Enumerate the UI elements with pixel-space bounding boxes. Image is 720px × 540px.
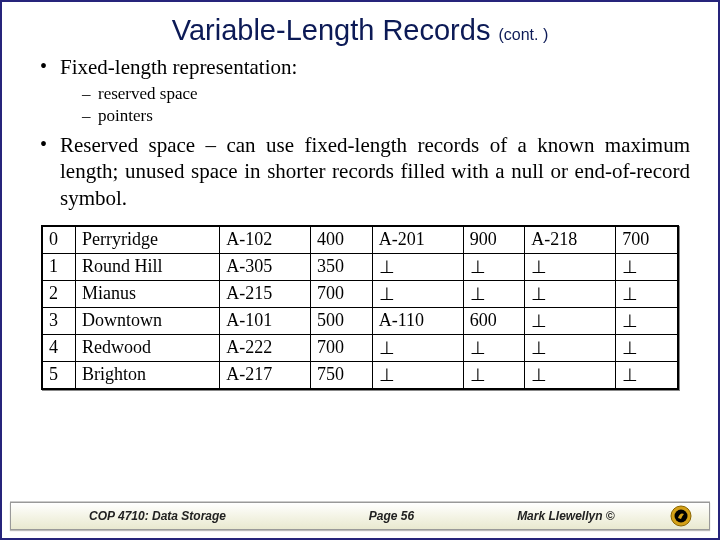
slide-title: Variable-Length Records (cont. )	[2, 14, 718, 47]
cell-bal: ⊥	[463, 280, 525, 307]
cell-branch: Downtown	[76, 307, 220, 334]
records-table-wrap: 0 Perryridge A-102 400 A-201 900 A-218 7…	[41, 225, 679, 390]
cell-acct: A-218	[525, 226, 616, 253]
cell-bal: ⊥	[616, 253, 678, 280]
cell-acct: A-110	[372, 307, 463, 334]
table-row: 5 Brighton A-217 750 ⊥ ⊥ ⊥ ⊥	[43, 361, 678, 388]
content-area: Fixed-length representation: reserved sp…	[2, 55, 718, 390]
table-row: 1 Round Hill A-305 350 ⊥ ⊥ ⊥ ⊥	[43, 253, 678, 280]
cell-acct: A-217	[220, 361, 311, 388]
cell-bal: ⊥	[463, 361, 525, 388]
cell-index: 0	[43, 226, 76, 253]
cell-branch: Perryridge	[76, 226, 220, 253]
sub-bullet-pointers: pointers	[82, 106, 690, 126]
table-row: 2 Mianus A-215 700 ⊥ ⊥ ⊥ ⊥	[43, 280, 678, 307]
footer-logo	[653, 505, 709, 527]
cell-acct: ⊥	[372, 361, 463, 388]
table-row: 4 Redwood A-222 700 ⊥ ⊥ ⊥ ⊥	[43, 334, 678, 361]
cell-acct: A-215	[220, 280, 311, 307]
cell-index: 4	[43, 334, 76, 361]
cell-branch: Brighton	[76, 361, 220, 388]
cell-acct: ⊥	[372, 253, 463, 280]
cell-acct: ⊥	[525, 253, 616, 280]
footer-course: COP 4710: Data Storage	[11, 509, 304, 523]
cell-acct: A-102	[220, 226, 311, 253]
cell-acct: ⊥	[525, 361, 616, 388]
cell-acct: A-201	[372, 226, 463, 253]
cell-bal: ⊥	[463, 253, 525, 280]
title-main: Variable-Length Records	[172, 14, 491, 46]
cell-bal: 700	[616, 226, 678, 253]
bullet-fixed-length: Fixed-length representation: reserved sp…	[40, 55, 690, 126]
cell-bal: 750	[311, 361, 373, 388]
cell-acct: ⊥	[372, 280, 463, 307]
cell-branch: Redwood	[76, 334, 220, 361]
cell-bal: 350	[311, 253, 373, 280]
title-cont: (cont. )	[498, 26, 548, 43]
records-table: 0 Perryridge A-102 400 A-201 900 A-218 7…	[42, 226, 678, 389]
footer-author: Mark Llewellyn ©	[479, 509, 654, 523]
cell-bal: ⊥	[463, 334, 525, 361]
cell-index: 2	[43, 280, 76, 307]
sub-bullet-reserved: reserved space	[82, 84, 690, 104]
bullet-text: Fixed-length representation:	[60, 55, 297, 79]
cell-bal: 700	[311, 280, 373, 307]
cell-acct: ⊥	[525, 280, 616, 307]
cell-acct: ⊥	[525, 307, 616, 334]
cell-index: 1	[43, 253, 76, 280]
footer-bar: COP 4710: Data Storage Page 56 Mark Llew…	[10, 502, 710, 530]
cell-bal: ⊥	[616, 361, 678, 388]
cell-index: 3	[43, 307, 76, 334]
cell-bal: ⊥	[616, 280, 678, 307]
cell-acct: ⊥	[372, 334, 463, 361]
cell-acct: A-222	[220, 334, 311, 361]
cell-bal: 400	[311, 226, 373, 253]
cell-bal: ⊥	[616, 334, 678, 361]
cell-bal: 500	[311, 307, 373, 334]
cell-branch: Mianus	[76, 280, 220, 307]
bullet-reserved-space: Reserved space – can use fixed-length re…	[40, 132, 690, 211]
cell-bal: 700	[311, 334, 373, 361]
cell-index: 5	[43, 361, 76, 388]
cell-bal: ⊥	[616, 307, 678, 334]
table-row: 0 Perryridge A-102 400 A-201 900 A-218 7…	[43, 226, 678, 253]
cell-acct: ⊥	[525, 334, 616, 361]
pegasus-icon	[670, 505, 692, 527]
table-row: 3 Downtown A-101 500 A-110 600 ⊥ ⊥	[43, 307, 678, 334]
cell-bal: 900	[463, 226, 525, 253]
footer-page: Page 56	[304, 509, 479, 523]
cell-branch: Round Hill	[76, 253, 220, 280]
cell-acct: A-305	[220, 253, 311, 280]
cell-acct: A-101	[220, 307, 311, 334]
cell-bal: 600	[463, 307, 525, 334]
